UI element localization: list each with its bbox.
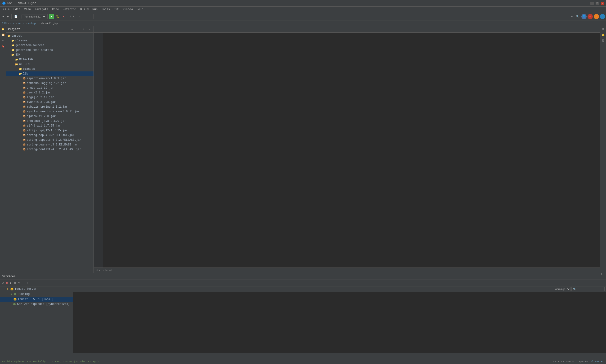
tree-item[interactable]: 📦ojdbc6-11.2.0.jar xyxy=(6,114,94,119)
tree-item[interactable]: 📂SSM xyxy=(6,52,94,57)
menu-navigate[interactable]: Navigate xyxy=(33,7,50,12)
project-panel-icon[interactable]: 📁 xyxy=(1,27,5,32)
profile-icon-4[interactable]: C xyxy=(600,14,605,19)
tree-item[interactable]: 📦mysql-connector-java-8.0.11.jar xyxy=(6,109,94,114)
settings-icon[interactable]: ⚙ xyxy=(81,27,86,32)
tree-item[interactable]: 📦spring-aspects-4.3.2.RELEASE.jar xyxy=(6,138,94,142)
services-filter-btn[interactable]: ▽ xyxy=(17,281,21,285)
maven-icon[interactable]: M xyxy=(601,27,606,32)
tree-item[interactable]: 📦gson-2.8.2.jar xyxy=(6,90,94,95)
notifications-icon[interactable]: 🔔 xyxy=(601,33,606,37)
maximize-button[interactable]: □ xyxy=(596,2,599,5)
stop-button[interactable]: ■ xyxy=(61,14,66,19)
tree-item[interactable]: 📂WEB-INF xyxy=(6,62,94,67)
tree-item[interactable]: 📦spring-context-4.3.2.RELEASE.jar xyxy=(6,147,94,152)
sync-icon[interactable]: ⚙ xyxy=(70,27,75,32)
breadcrumb-part-3[interactable]: webapp xyxy=(28,22,37,25)
tree-item[interactable]: 📦slf4j-api-1.7.25.jar xyxy=(6,123,94,128)
minimize-button[interactable]: — xyxy=(590,2,594,5)
tree-item[interactable]: 📦protobuf-java-2.6.0.jar xyxy=(6,119,94,123)
services-more-btn[interactable]: ⋯ xyxy=(21,281,25,285)
jar-icon: 📦 xyxy=(22,100,26,104)
profile-icon-2[interactable]: C xyxy=(588,14,593,19)
database-icon[interactable]: 🗄 xyxy=(601,38,606,43)
tree-label: SSM xyxy=(15,53,21,56)
build-status: Build completed successfully in 1 sec, 4… xyxy=(2,360,99,363)
jar-icon: 📦 xyxy=(22,115,26,118)
bookmarks-icon[interactable]: 🔖 xyxy=(1,44,5,49)
git-commit-button[interactable]: ✓ xyxy=(78,14,82,19)
tomcat-server-label: Tomcat Server xyxy=(15,287,37,291)
breadcrumb-part-2[interactable]: main xyxy=(18,22,24,25)
back-button[interactable]: ◀ xyxy=(1,14,5,19)
recent-files-button[interactable]: 📄 xyxy=(13,14,19,19)
menu-help[interactable]: Help xyxy=(135,7,145,12)
server-selector[interactable]: Tomcat 8.5.61 xyxy=(22,14,46,19)
tree-item[interactable]: 📦slf4j-log4j12-1.7.25.jar xyxy=(6,128,94,133)
tree-item[interactable]: 📦aspectjweaver-1.8.9.jar xyxy=(6,76,94,81)
menu-file[interactable]: File xyxy=(1,7,12,12)
git-pull-button[interactable]: ↓ xyxy=(88,14,92,19)
tree-item[interactable]: 📁classes xyxy=(6,38,94,43)
separator xyxy=(20,14,20,19)
collapse-icon[interactable]: — xyxy=(76,27,80,32)
tree-item[interactable]: 📂lib xyxy=(6,71,94,76)
tree-item[interactable]: 📂target xyxy=(6,34,94,38)
menu-edit[interactable]: Edit xyxy=(12,7,22,12)
settings-button[interactable]: ⚙ xyxy=(570,14,574,19)
tree-item[interactable]: 📦mybatis-3.2.8.jar xyxy=(6,100,94,104)
menu-view[interactable]: View xyxy=(22,7,33,12)
structure-icon[interactable]: ≡ xyxy=(1,38,5,43)
log-filter-select[interactable]: warnings xyxy=(553,287,570,291)
running-item[interactable]: ▼ Running xyxy=(0,292,73,297)
tree-item[interactable]: 📦log4j-1.2.17.jar xyxy=(6,95,94,100)
tree-item[interactable]: 📦spring-aop-4.3.2.RELEASE.jar xyxy=(6,133,94,138)
services-run-btn[interactable]: ▶ xyxy=(9,281,13,285)
menu-tools[interactable]: Tools xyxy=(99,7,112,12)
log-search-input[interactable] xyxy=(571,287,605,291)
close-panel-icon[interactable]: ✕ xyxy=(87,27,92,32)
separator xyxy=(11,14,12,19)
menu-window[interactable]: Window xyxy=(121,7,135,12)
tree-item[interactable]: 📁classes xyxy=(6,67,94,71)
profile-icon-3[interactable]: C xyxy=(594,14,599,19)
tree-item[interactable]: 📦mybatis-spring-1.3.2.jar xyxy=(6,104,94,109)
log-content[interactable] xyxy=(73,292,606,353)
tree-item[interactable]: 📁generated-sources xyxy=(6,43,94,48)
git-push-button[interactable]: ↑ xyxy=(83,14,87,19)
menu-code[interactable]: Code xyxy=(50,7,61,12)
debug-button[interactable]: 🐛 xyxy=(55,14,61,19)
profile-icon-1[interactable]: 🌐 xyxy=(581,14,587,19)
project-tree[interactable]: 📂target📁classes📁generated-sources📁genera… xyxy=(6,33,94,273)
services-settings-icon[interactable]: ⚙ xyxy=(599,272,604,276)
breadcrumb-part-0[interactable]: SSM xyxy=(2,22,7,25)
tomcat-instance-item[interactable]: 🐱 Tomcat 8.5.61 [local] xyxy=(0,297,73,302)
services-stop-btn[interactable]: ■ xyxy=(5,281,9,285)
tree-item[interactable]: 📁generated-test-sources xyxy=(6,48,94,52)
services-add-btn[interactable]: + xyxy=(25,281,29,285)
jar-icon: 📦 xyxy=(22,119,26,123)
services-refresh-btn[interactable]: ↺ xyxy=(1,281,4,285)
menu-run[interactable]: Run xyxy=(90,7,99,12)
services-config-btn[interactable]: ⚙ xyxy=(13,281,17,285)
tree-item[interactable]: 📁META-INF xyxy=(6,57,94,62)
server-item-tomcat[interactable]: ▼ 🐱 Tomcat Server xyxy=(0,286,73,292)
code-view[interactable] xyxy=(103,33,600,268)
tomcat-instance-icon: 🐱 xyxy=(13,298,17,301)
menu-build[interactable]: Build xyxy=(78,7,90,12)
forward-button[interactable]: ▶ xyxy=(6,14,10,19)
breadcrumb-html: html xyxy=(96,269,102,272)
commit-icon[interactable]: 🔀 xyxy=(1,33,5,37)
run-button[interactable]: ▶ xyxy=(49,14,54,19)
menubar: FileEditViewNavigateCodeRefactorBuildRun… xyxy=(0,7,606,12)
search-button[interactable]: 🔍 xyxy=(575,14,581,19)
menu-git[interactable]: Git xyxy=(112,7,121,12)
tree-item[interactable]: 📦spring-beans-4.3.2.RELEASE.jar xyxy=(6,142,94,147)
ssm-war-item[interactable]: SSM:war exploded [Synchronized] xyxy=(0,302,73,307)
editor-tabs xyxy=(94,26,600,33)
tree-item[interactable]: 📦commons-logging-1.2.jar xyxy=(6,81,94,86)
menu-refactor[interactable]: Refactor xyxy=(61,7,78,12)
close-button[interactable]: ✕ xyxy=(601,2,604,5)
tree-item[interactable]: 📦druid-1.1.19.jar xyxy=(6,86,94,90)
breadcrumb-part-1[interactable]: src xyxy=(10,22,15,25)
